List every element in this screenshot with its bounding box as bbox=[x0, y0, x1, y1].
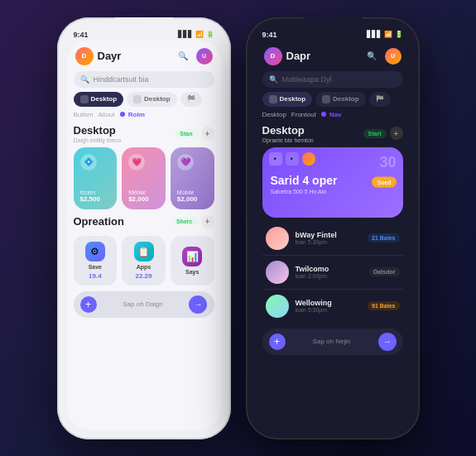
search-icon-dark[interactable]: 🔍 bbox=[363, 48, 380, 65]
time-light: 9:41 bbox=[74, 31, 89, 39]
list-badge-3: 91 Bales bbox=[368, 301, 399, 310]
desktop-sub-light: Daigh entlity theco bbox=[74, 137, 122, 143]
list-avatar-3 bbox=[266, 295, 289, 318]
list-badge-1: 21 Bales bbox=[368, 233, 399, 242]
user-avatar-light[interactable]: U bbox=[196, 48, 213, 65]
desktop-section-info: Desktop Daigh entlity theco bbox=[74, 124, 122, 143]
add-desktop-dark[interactable]: + bbox=[390, 127, 403, 140]
subtab-rolm[interactable]: Rolm bbox=[120, 111, 145, 118]
app-name-light: Dayr bbox=[98, 50, 122, 62]
wifi-dark: 📶 bbox=[384, 31, 392, 38]
list-item-1[interactable]: bWay Fintel loan 5:30pm 21 Bales bbox=[262, 222, 403, 256]
card-label-3: Mobile $2,000 bbox=[177, 190, 208, 203]
search-icon[interactable]: 🔍 bbox=[175, 48, 191, 65]
app-title-dark: D Dapr bbox=[264, 47, 311, 65]
tab-desktop-dark[interactable]: Desktop bbox=[262, 92, 313, 107]
subtab-allout[interactable]: Allout bbox=[99, 111, 115, 118]
op-label-says: Says bbox=[185, 269, 199, 275]
battery-dark: 🔋 bbox=[395, 31, 403, 38]
add-desktop-light[interactable]: + bbox=[201, 127, 214, 140]
search-bar-dark[interactable]: 🔍 Mobleaapa Dyl bbox=[262, 71, 403, 88]
phone-light: 9:41 ▋▋▋ 📶 🔋 D Dayr 🔍 U 🔍 Hinddcartsuit … bbox=[57, 17, 231, 439]
tab-desktop-light[interactable]: Desktop bbox=[74, 92, 124, 107]
list-item-2[interactable]: Twilcomo loan 2:00pm Oatsdor bbox=[262, 256, 403, 290]
op-icon-says: 📊 bbox=[182, 247, 202, 266]
op-label-apps: Apps bbox=[137, 264, 151, 270]
list-avatar-2 bbox=[266, 261, 289, 284]
card-mobile2[interactable]: 💜 Mobile $2,000 bbox=[171, 147, 214, 209]
tab-icon-d2 bbox=[322, 95, 330, 103]
desktop-actions-light: Stan + bbox=[175, 127, 214, 140]
search-icon-light: 🔍 bbox=[80, 75, 89, 84]
tab-flag-light[interactable]: 🏁 bbox=[180, 92, 202, 107]
card-label-2: Mébile $2,000 bbox=[128, 190, 159, 203]
subtab-builsm[interactable]: Builsm bbox=[74, 111, 94, 118]
subtab-nav-dark[interactable]: Nav bbox=[321, 111, 342, 118]
featured-number: 30 bbox=[379, 154, 396, 171]
bottom-add-btn-light[interactable]: + bbox=[80, 296, 97, 313]
status-icons-light: ▋▋▋ 📶 🔋 bbox=[178, 31, 214, 38]
add-operation[interactable]: + bbox=[201, 215, 214, 228]
list-item-3[interactable]: Wellowing loan 5:30pm 91 Bales bbox=[262, 290, 403, 323]
start-badge-dark: Start bbox=[363, 129, 387, 138]
cards-row-light: 💠 Iccem $2,500 💗 Mébile $2,000 💜 Mobile … bbox=[74, 147, 214, 209]
desktop-title-light: Desktop bbox=[74, 124, 122, 137]
tab-label-d1: Desktop bbox=[280, 95, 306, 103]
bottom-arrow-light[interactable]: → bbox=[189, 295, 207, 314]
tab-icon-3: 🏁 bbox=[187, 95, 195, 103]
stan-badge-light: Stan bbox=[175, 129, 197, 138]
list-avatar-1 bbox=[266, 227, 289, 250]
bottom-bar-dark: + Sap oh Nejin → bbox=[262, 329, 403, 355]
featured-sub: Salvetra 500 5 Ho Aio bbox=[271, 189, 395, 194]
featured-card[interactable]: 30 ▪ ▪ Sarid 4 oper Salvetra 500 5 Ho Ai… bbox=[262, 147, 403, 218]
op-label-save: Save bbox=[89, 264, 102, 270]
featured-top-bar: ▪ ▪ bbox=[269, 152, 315, 166]
feat-icon-2: ▪ bbox=[286, 152, 299, 166]
tab-flag-dark[interactable]: 🏁 bbox=[369, 92, 391, 107]
signal-dark: ▋▋▋ bbox=[367, 31, 382, 38]
status-icons-dark: ▋▋▋ 📶 🔋 bbox=[367, 31, 403, 38]
tab-icon-1 bbox=[80, 95, 89, 103]
list-time-2: loan 2:00pm bbox=[296, 273, 363, 279]
op-card-says[interactable]: 📊 Says bbox=[171, 236, 214, 286]
bottom-bar-light: + Sap oh Daign → bbox=[74, 291, 214, 318]
desktop-section-header-light: Desktop Daigh entlity theco Stan + bbox=[74, 124, 214, 143]
subtab-frontout-dark[interactable]: Frontout bbox=[291, 111, 316, 118]
app-header-light: D Dayr 🔍 U bbox=[74, 46, 214, 67]
tab-icon-d3: 🏁 bbox=[376, 95, 384, 103]
search-bar-light[interactable]: 🔍 Hinddcartsuit bia bbox=[74, 71, 214, 88]
op-actions: Sherc + bbox=[171, 215, 214, 228]
list-name-1: bWay Fintel bbox=[296, 231, 362, 239]
header-icons-light: 🔍 U bbox=[175, 48, 213, 65]
time-dark: 9:41 bbox=[262, 31, 277, 39]
subtab-desktop-dark[interactable]: Desktop bbox=[262, 111, 286, 118]
card-label-1: Iccem $2,500 bbox=[80, 190, 111, 203]
tab-label-d2: Desktop bbox=[333, 95, 359, 103]
op-cards-row: ⚙ Save 19.4 📋 Apps 22.29 📊 Says bbox=[74, 236, 214, 286]
bottom-text-light: Sap oh Daign bbox=[123, 300, 162, 308]
search-text-light: Hinddcartsuit bia bbox=[94, 75, 149, 84]
card-mobile1[interactable]: 💗 Mébile $2,000 bbox=[122, 147, 166, 209]
avatar-light: D bbox=[75, 47, 94, 65]
bottom-arrow-dark[interactable]: → bbox=[378, 333, 397, 351]
op-card-apps[interactable]: 📋 Apps 22.29 bbox=[122, 236, 166, 286]
search-text-dark: Mobleaapa Dyl bbox=[282, 75, 332, 84]
user-avatar-dark[interactable]: U bbox=[385, 48, 401, 65]
desktop-actions-dark: Start + bbox=[363, 127, 403, 140]
phone-dark: 9:41 ▋▋▋ 📶 🔋 D Dapr 🔍 U 🔍 Mobleaapa Dyl bbox=[246, 17, 420, 439]
tab-label-1: Desktop bbox=[91, 95, 118, 103]
desktop-section-info-dark: Desktop Opraete bte hemton bbox=[262, 124, 314, 143]
signal-light: ▋▋▋ bbox=[178, 31, 193, 38]
tab-desktop2-light[interactable]: Desktop bbox=[127, 92, 177, 107]
bottom-add-btn-dark[interactable]: + bbox=[269, 334, 286, 350]
list-time-3: loan 5:30pm bbox=[296, 307, 362, 313]
card-iccem[interactable]: 💠 Iccem $2,500 bbox=[74, 147, 118, 209]
list-badge-2: Oatsdor bbox=[369, 267, 400, 276]
op-count-save: 19.4 bbox=[89, 272, 102, 280]
op-card-save[interactable]: ⚙ Save 19.4 bbox=[74, 236, 118, 286]
featured-action-badge[interactable]: Soed bbox=[372, 177, 396, 188]
tabs-row-light: Desktop Desktop 🏁 bbox=[74, 92, 214, 107]
tab-desktop2-dark[interactable]: Desktop bbox=[315, 92, 366, 107]
list-section: bWay Fintel loan 5:30pm 21 Bales Twilcom… bbox=[262, 222, 403, 323]
sherc-badge: Sherc bbox=[171, 217, 197, 226]
